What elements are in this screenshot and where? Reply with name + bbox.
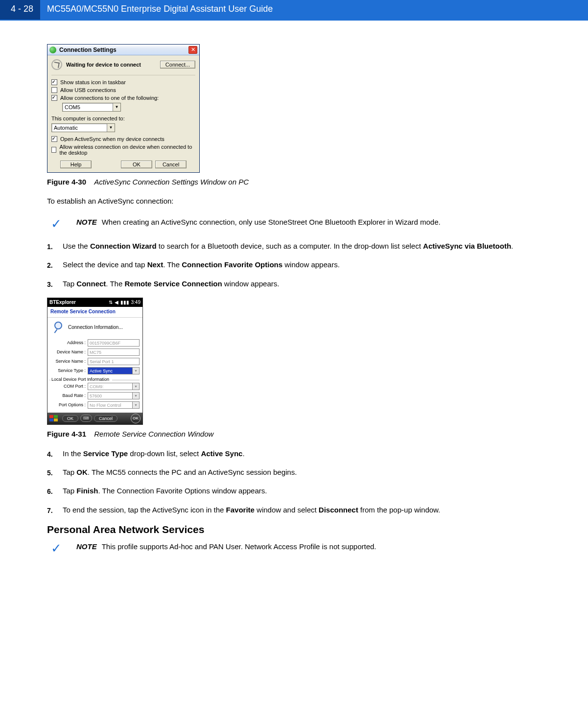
address-label: Address :: [50, 340, 86, 345]
service-type-label: Service Type :: [50, 368, 86, 373]
mobile-title: BTExplorer: [49, 300, 109, 305]
connection-info-row: Connection Information...: [47, 318, 142, 338]
baud-rate-select[interactable]: 57600 ▼: [88, 392, 140, 399]
figure-connection-settings-dialog: Connection Settings ✕ Waiting for device…: [47, 44, 200, 173]
check-icon: ✓: [51, 219, 62, 229]
intro-text: To establish an ActiveSync connection:: [47, 197, 541, 205]
step-5: 5. Tap OK. The MC55 connects the PC and …: [47, 467, 541, 477]
connected-to-label: This computer is connected to:: [51, 115, 195, 122]
taskbar-ok-button[interactable]: OK: [62, 415, 78, 422]
allow-usb-checkbox[interactable]: [51, 87, 57, 93]
signal-icon: ⇅: [109, 300, 113, 305]
chevron-down-icon: ▼: [133, 367, 140, 374]
connect-button[interactable]: Connect...: [160, 61, 195, 69]
connection-info-text: Connection Information...: [68, 325, 123, 330]
note-text: This profile supports Ad-hoc and PAN Use…: [102, 542, 376, 551]
globe-icon: [49, 46, 56, 53]
allow-connections-label: Allow connections to one of the followin…: [60, 95, 159, 101]
step-4: 4. In the Service Type drop-down list, s…: [47, 449, 541, 459]
chevron-down-icon: ▼: [133, 401, 140, 409]
connected-to-value: Automatic: [52, 125, 107, 131]
port-options-value: No Flow Control: [88, 401, 133, 409]
service-name-label: Service Name :: [50, 359, 86, 364]
chevron-down-icon: ▼: [107, 124, 115, 132]
open-activesync-label: Open ActiveSync when my device connects: [60, 136, 165, 142]
dialog-titlebar: Connection Settings ✕: [47, 45, 199, 55]
step-1: 1. Use the Connection Wizard to search f…: [47, 241, 541, 251]
port-options-select[interactable]: No Flow Control ▼: [88, 401, 140, 409]
figure-label: Figure 4-31: [47, 430, 86, 438]
section-heading-pan: Personal Area Network Services: [47, 524, 541, 535]
keyboard-icon[interactable]: ⌨: [80, 415, 92, 422]
allow-wireless-label: Allow wireless connection on device when…: [59, 144, 195, 156]
step-7: 7. To end the session, tap the ActiveSyn…: [47, 505, 541, 515]
note-1: ✓ NOTEWhen creating an ActiveSync connec…: [51, 218, 541, 228]
step-3: 3. Tap Connect. The Remote Service Conne…: [47, 279, 541, 289]
close-button[interactable]: ✕: [188, 46, 197, 54]
device-name-label: Device Name :: [50, 349, 86, 354]
figure-desc: Remote Service Connection Window: [94, 430, 213, 438]
note-text: When creating an ActiveSync connection, …: [102, 218, 441, 226]
figure-430-caption: Figure 4-30 ActiveSync Connection Settin…: [47, 178, 541, 186]
check-icon: ✓: [51, 543, 62, 553]
ok-button[interactable]: OK: [121, 161, 152, 168]
page-title: MC55A0/MC55N0 Enterprise Digital Assista…: [40, 0, 588, 20]
baud-rate-value: 57600: [88, 392, 133, 399]
status-icon-label: Show status icon in taskbar: [60, 79, 126, 85]
figure-label: Figure 4-30: [47, 178, 86, 186]
mobile-taskbar: OK ⌨ Cancel OK: [47, 413, 142, 424]
address-input[interactable]: 00157099CB6F: [88, 339, 140, 347]
com-port-select[interactable]: COM5 ▼: [62, 103, 121, 112]
waiting-row: Waiting for device to connect Connect...: [51, 58, 195, 75]
magnifier-icon: [52, 322, 64, 333]
mobile-status-icons: ⇅ ◀ ▮▮▮ 3:49: [109, 300, 141, 305]
ok-circle-button[interactable]: OK: [131, 414, 141, 423]
clock-text: 3:49: [131, 300, 141, 305]
note-label: NOTE: [76, 542, 97, 551]
baud-rate-label: Baud Rate :: [50, 393, 86, 398]
note-label: NOTE: [76, 218, 97, 226]
mobile-titlebar: BTExplorer ⇅ ◀ ▮▮▮ 3:49: [47, 298, 142, 307]
step-2: 2. Select the device and tap Next. The C…: [47, 260, 541, 270]
waiting-message: Waiting for device to connect: [66, 62, 160, 68]
rsc-heading: Remote Service Connection: [47, 307, 142, 318]
figure-desc: ActiveSync Connection Settings Window on…: [94, 178, 249, 186]
start-icon[interactable]: [49, 414, 60, 423]
local-device-info-label: Local Device Port Information: [47, 377, 142, 382]
help-button[interactable]: Help: [60, 161, 92, 168]
com-port-value: COM5: [63, 104, 113, 110]
allow-wireless-checkbox[interactable]: [51, 147, 56, 153]
service-name-input[interactable]: Serial Port 1: [88, 358, 140, 365]
open-activesync-checkbox[interactable]: [51, 136, 57, 142]
chevron-down-icon: ▼: [133, 392, 140, 399]
allow-connections-checkbox[interactable]: [51, 95, 57, 101]
chevron-down-icon: ▼: [113, 103, 120, 111]
dialog-title: Connection Settings: [59, 46, 188, 53]
speaker-icon: ◀: [115, 300, 118, 305]
service-type-select[interactable]: Active Sync ▼: [88, 367, 140, 374]
taskbar-cancel-button[interactable]: Cancel: [94, 415, 118, 422]
battery-icon: ▮▮▮: [120, 300, 129, 305]
com-port-value: COM9:: [88, 383, 133, 390]
step-6: 6. Tap Finish. The Connection Favorite O…: [47, 486, 541, 496]
note-2: ✓ NOTEThis profile supports Ad-hoc and P…: [51, 542, 541, 552]
figure-431-caption: Figure 4-31 Remote Service Connection Wi…: [47, 430, 541, 438]
cancel-button[interactable]: Cancel: [155, 161, 187, 168]
device-name-input[interactable]: MC75: [88, 348, 140, 356]
com-port-label: COM Port :: [50, 384, 86, 389]
allow-usb-label: Allow USB connections: [60, 87, 116, 93]
service-type-value: Active Sync: [88, 367, 133, 374]
port-options-label: Port Options :: [50, 402, 86, 407]
chevron-down-icon: ▼: [133, 383, 140, 390]
page-header: 4 - 28 MC55A0/MC55N0 Enterprise Digital …: [0, 0, 588, 20]
spinner-icon: [51, 59, 62, 70]
com-port-select[interactable]: COM9: ▼: [88, 383, 140, 390]
connected-to-select[interactable]: Automatic ▼: [51, 123, 115, 132]
figure-remote-service-dialog: BTExplorer ⇅ ◀ ▮▮▮ 3:49 Remote Service C…: [47, 298, 143, 425]
status-icon-checkbox[interactable]: [51, 79, 57, 85]
page-number: 4 - 28: [0, 0, 40, 20]
